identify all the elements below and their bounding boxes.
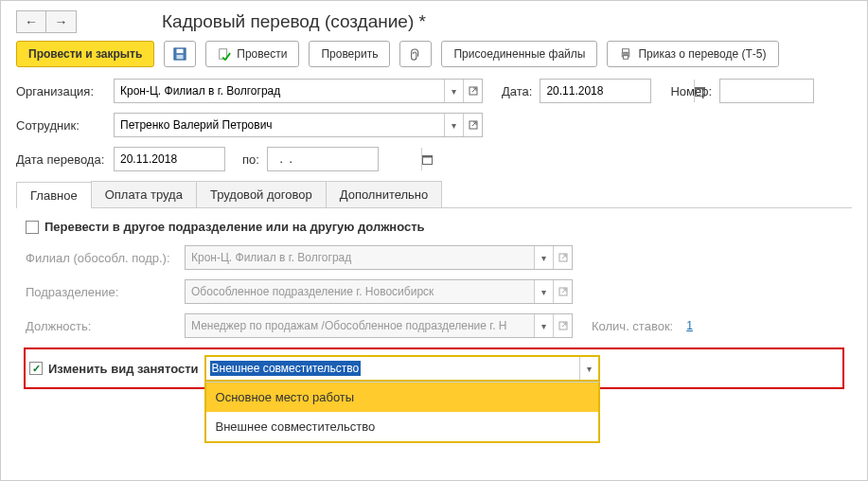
external-icon xyxy=(558,253,568,262)
attached-files-button[interactable]: Присоединенные файлы xyxy=(441,41,597,67)
rates-label: Колич. ставок: xyxy=(592,319,673,333)
number-input[interactable] xyxy=(720,84,868,98)
dropdown-icon: ▾ xyxy=(534,314,553,337)
toolbar: Провести и закрыть Провести Проверить Пр… xyxy=(16,41,852,67)
forward-button[interactable]: → xyxy=(46,10,77,33)
svg-rect-6 xyxy=(624,56,629,60)
emp-type-selected: Внешнее совместительство xyxy=(210,361,362,376)
dropdown-icon[interactable]: ▾ xyxy=(579,357,598,380)
calendar-svg xyxy=(422,154,433,165)
transfer-date-label: Дата перевода: xyxy=(16,152,106,167)
dept-field: ▾ xyxy=(185,279,573,304)
check-button[interactable]: Проверить xyxy=(309,41,390,67)
transfer-date-field[interactable] xyxy=(114,147,225,171)
print-order-label: Приказ о переводе (Т-5) xyxy=(638,47,766,61)
emp-type-option[interactable]: Внешнее совместительство xyxy=(206,412,598,441)
tab-extra[interactable]: Дополнительно xyxy=(326,181,443,207)
page-title: Кадровый перевод (создание) * xyxy=(162,11,426,32)
branch-label: Филиал (обособл. подр.): xyxy=(26,251,177,265)
tab-main[interactable]: Главное xyxy=(16,182,92,208)
post-and-close-button[interactable]: Провести и закрыть xyxy=(16,41,154,67)
to-label: по: xyxy=(242,152,259,167)
employee-input[interactable] xyxy=(115,118,444,132)
printer-icon xyxy=(619,47,632,61)
tab-content-main: Перевести в другое подразделение или на … xyxy=(16,208,852,446)
save-button[interactable] xyxy=(164,41,196,67)
open-icon xyxy=(553,314,572,337)
print-order-button[interactable]: Приказ о переводе (Т-5) xyxy=(607,41,778,67)
tab-pay[interactable]: Оплата труда xyxy=(91,181,197,207)
rates-link[interactable]: 1 xyxy=(686,319,693,332)
number-field[interactable] xyxy=(719,79,814,103)
employee-field[interactable]: ▾ xyxy=(114,113,483,137)
open-icon[interactable] xyxy=(463,80,482,102)
number-label: Номер: xyxy=(670,84,712,98)
date-field[interactable] xyxy=(540,79,651,103)
dropdown-icon: ▾ xyxy=(534,280,553,303)
move-checkbox-label: Перевести в другое подразделение или на … xyxy=(44,220,425,234)
to-date-field[interactable] xyxy=(267,147,379,171)
dept-label: Подразделение: xyxy=(26,285,177,299)
change-emp-type-checkbox[interactable] xyxy=(29,362,43,375)
document-window: ← → Кадровый перевод (создание) * Провес… xyxy=(0,0,868,481)
tab-contract[interactable]: Трудовой договор xyxy=(196,181,327,207)
dropdown-icon: ▾ xyxy=(534,246,553,269)
change-emp-type-label: Изменить вид занятости xyxy=(48,362,199,376)
open-icon xyxy=(553,280,572,303)
back-button[interactable]: ← xyxy=(16,10,46,33)
to-date-input[interactable] xyxy=(268,152,421,166)
calendar-icon[interactable] xyxy=(421,148,433,170)
org-input[interactable] xyxy=(115,84,444,98)
floppy-icon xyxy=(173,47,186,61)
emp-type-list: Основное место работы Внешнее совместите… xyxy=(204,382,600,443)
dropdown-icon[interactable]: ▾ xyxy=(444,114,463,136)
dropdown-icon[interactable]: ▾ xyxy=(444,80,463,102)
external-icon xyxy=(469,120,478,130)
post-button[interactable]: Провести xyxy=(205,41,299,67)
move-checkbox-row[interactable]: Перевести в другое подразделение или на … xyxy=(26,220,842,234)
external-icon xyxy=(558,287,568,296)
date-label: Дата: xyxy=(502,84,532,98)
svg-rect-14 xyxy=(422,155,432,157)
open-icon[interactable] xyxy=(463,114,482,136)
position-label: Должность: xyxy=(26,319,177,333)
dept-input xyxy=(186,285,534,298)
svg-rect-5 xyxy=(623,49,629,53)
external-icon xyxy=(558,321,568,330)
change-emp-type-row[interactable]: Изменить вид занятости xyxy=(29,362,199,376)
emp-type-option[interactable]: Основное место работы xyxy=(206,383,598,412)
position-field: ▾ xyxy=(185,313,573,338)
branch-field: ▾ xyxy=(185,245,573,270)
open-icon xyxy=(553,246,572,269)
attach-button[interactable] xyxy=(399,41,432,67)
tabs: Главное Оплата труда Трудовой договор До… xyxy=(16,181,852,208)
emp-type-dropdown[interactable]: Внешнее совместительство ▾ Основное мест… xyxy=(204,355,600,382)
post-icon xyxy=(218,47,231,61)
highlight-box: Изменить вид занятости Внешнее совместит… xyxy=(24,347,844,389)
external-icon xyxy=(469,86,478,96)
post-label: Провести xyxy=(237,47,287,61)
org-field[interactable]: ▾ xyxy=(114,79,483,103)
svg-rect-1 xyxy=(177,49,184,53)
position-input xyxy=(186,319,534,332)
move-checkbox[interactable] xyxy=(26,221,39,234)
nav-row: ← → Кадровый перевод (создание) * xyxy=(16,10,852,33)
employee-label: Сотрудник: xyxy=(16,118,106,133)
svg-rect-2 xyxy=(177,55,184,59)
paperclip-icon xyxy=(409,47,422,61)
org-label: Организация: xyxy=(16,84,106,98)
branch-input xyxy=(186,251,534,264)
